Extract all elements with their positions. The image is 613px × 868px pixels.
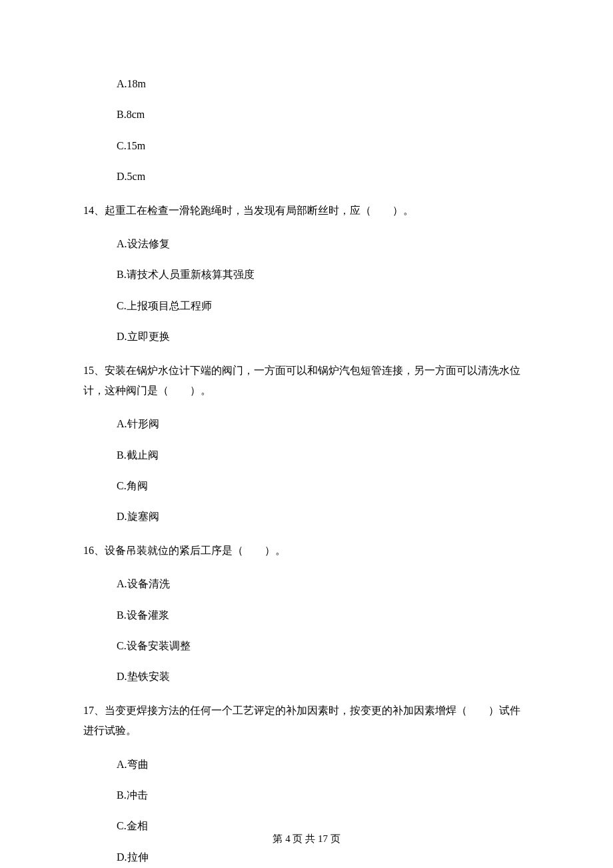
q16-option-b: B.设备灌浆 (117, 608, 530, 623)
page-footer: 第 4 页 共 17 页 (0, 833, 613, 845)
q16-options-block: A.设备清洗 B.设备灌浆 C.设备安装调整 D.垫铁安装 (83, 577, 530, 685)
q15-option-a: A.针形阀 (117, 417, 530, 431)
q14-option-b: B.请技术人员重新核算其强度 (117, 267, 530, 282)
q16-option-a: A.设备清洗 (117, 577, 530, 591)
q17-option-b: B.冲击 (117, 788, 530, 803)
q14-option-a: A.设法修复 (117, 237, 530, 251)
q13-option-b: B.8cm (117, 107, 530, 122)
q15-options-block: A.针形阀 B.截止阀 C.角阀 D.旋塞阀 (83, 417, 530, 525)
q15-stem: 15、安装在锅炉水位计下端的阀门，一方面可以和锅炉汽包短管连接，另一方面可以清洗… (83, 361, 530, 401)
q13-options-block: A.18m B.8cm C.15m D.5cm (83, 77, 530, 185)
q16-stem: 16、设备吊装就位的紧后工序是（ ）。 (83, 541, 530, 561)
q13-option-a: A.18m (117, 77, 530, 91)
exam-page: A.18m B.8cm C.15m D.5cm 14、起重工在检查一滑轮跑绳时，… (0, 0, 613, 865)
q17-option-c: C.金相 (117, 819, 530, 833)
q14-option-d: D.立即更换 (117, 329, 530, 344)
q17-stem: 17、当变更焊接方法的任何一个工艺评定的补加因素时，按变更的补加因素增焊（ ）试… (83, 701, 530, 741)
q16-option-d: D.垫铁安装 (117, 669, 530, 684)
q14-option-c: C.上报项目总工程师 (117, 299, 530, 313)
q15-option-d: D.旋塞阀 (117, 509, 530, 524)
q13-option-d: D.5cm (117, 169, 530, 184)
q13-option-c: C.15m (117, 139, 530, 153)
q17-options-block: A.弯曲 B.冲击 C.金相 D.拉伸 (83, 757, 530, 865)
q15-option-b: B.截止阀 (117, 448, 530, 463)
q17-option-d: D.拉伸 (117, 850, 530, 865)
q14-options-block: A.设法修复 B.请技术人员重新核算其强度 C.上报项目总工程师 D.立即更换 (83, 237, 530, 345)
q15-option-c: C.角阀 (117, 479, 530, 493)
q17-option-a: A.弯曲 (117, 757, 530, 772)
q16-option-c: C.设备安装调整 (117, 639, 530, 653)
q14-stem: 14、起重工在检查一滑轮跑绳时，当发现有局部断丝时，应（ ）。 (83, 201, 530, 221)
